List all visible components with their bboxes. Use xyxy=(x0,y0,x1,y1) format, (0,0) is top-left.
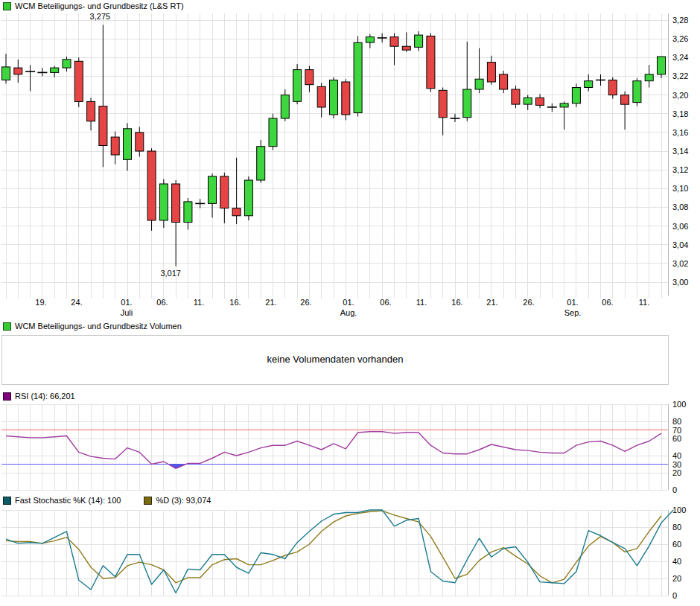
candle-down xyxy=(439,90,447,118)
rsi-y-axis-label: 80 xyxy=(672,417,681,426)
price-y-axis-label: 3,24 xyxy=(672,53,688,62)
candle-down xyxy=(487,63,495,82)
price-y-axis-label: 3,08 xyxy=(672,202,688,211)
candle-down xyxy=(172,184,180,223)
stoch-y-axis-label: 80 xyxy=(672,523,681,532)
price-y-axis-label: 3,20 xyxy=(672,91,688,100)
candle-up xyxy=(475,79,483,89)
candle-up xyxy=(633,81,641,103)
candle-up xyxy=(51,68,59,72)
price-y-axis-label: 3,00 xyxy=(672,278,688,287)
candle-down xyxy=(500,74,508,89)
rsi-panel xyxy=(1,430,668,469)
price-y-axis-label: 3,12 xyxy=(672,165,688,174)
x-axis-day-label: 21. xyxy=(265,298,276,307)
candle-up xyxy=(585,81,593,88)
candle-down xyxy=(402,46,410,50)
annotation-high: 3,275 xyxy=(90,12,111,21)
candle-up xyxy=(63,60,71,68)
candle-up xyxy=(269,118,277,147)
candle-up xyxy=(257,147,265,180)
candle-up xyxy=(2,67,10,80)
stoch-y-axis-label: 60 xyxy=(672,540,681,549)
candle-down xyxy=(99,106,107,146)
candle-up xyxy=(293,70,302,102)
x-axis-day-label: 24. xyxy=(71,298,82,307)
x-axis-day-label: 26. xyxy=(523,298,534,307)
candle-down xyxy=(512,89,520,104)
x-axis-month-label: Juli xyxy=(121,308,133,317)
stoch-y-axis-label: 100 xyxy=(672,505,686,514)
x-axis-month-label: Aug. xyxy=(340,308,357,317)
candle-down xyxy=(147,151,156,220)
price-y-axis-label: 3,26 xyxy=(672,34,688,43)
rsi-y-axis-label: 30 xyxy=(672,460,681,469)
candle-up xyxy=(124,129,132,160)
price-y-axis-label: 3,14 xyxy=(672,147,688,156)
rsi-y-axis-label: 60 xyxy=(672,434,681,443)
candle-down xyxy=(74,61,83,101)
x-axis-day-label: 26. xyxy=(300,298,311,307)
candle-up xyxy=(572,88,580,103)
candle-down xyxy=(305,70,314,85)
candle-up xyxy=(366,37,374,43)
candle-up xyxy=(658,57,666,74)
candle-down xyxy=(427,36,435,88)
price-y-axis-label: 3,18 xyxy=(672,109,688,118)
x-axis-day-label: 06. xyxy=(380,298,391,307)
price-y-axis-label: 3,28 xyxy=(672,16,688,25)
price-y-axis-label: 3,22 xyxy=(672,71,688,80)
x-axis-day-label: 01. xyxy=(121,298,132,307)
x-axis-month-label: Sep. xyxy=(564,308,582,317)
rsi-y-axis-label: 40 xyxy=(672,451,681,460)
candle-down xyxy=(232,208,241,216)
price-y-axis-label: 3,16 xyxy=(672,128,688,137)
x-axis-day-label: 16. xyxy=(229,298,241,307)
candle-down xyxy=(342,82,350,115)
candle-up xyxy=(244,180,252,216)
candle-down xyxy=(111,137,119,155)
x-axis-day-label: 01. xyxy=(567,298,578,307)
x-axis-day-label: 01. xyxy=(343,298,354,307)
rsi-y-axis-label: 0 xyxy=(672,485,677,494)
stochastic-panel xyxy=(6,510,673,593)
candle-up xyxy=(463,89,471,118)
rsi-y-axis-label: 100 xyxy=(672,400,686,409)
x-axis-day-label: 19. xyxy=(35,298,46,307)
candle-up xyxy=(645,74,653,81)
x-axis-day-label: 21. xyxy=(486,298,497,307)
x-axis-day-label: 16. xyxy=(451,298,462,307)
candle-down xyxy=(536,98,544,105)
x-axis-day-label: 06. xyxy=(602,298,613,307)
stoch-y-axis-label: 40 xyxy=(672,557,681,566)
price-y-axis-label: 3,10 xyxy=(672,184,688,193)
candle-up xyxy=(330,80,338,115)
candle-up xyxy=(524,98,532,104)
price-y-axis-label: 3,02 xyxy=(672,259,688,268)
x-axis-day-label: 11. xyxy=(416,298,427,307)
candle-up xyxy=(560,103,568,107)
annotation-low: 3,017 xyxy=(160,269,181,278)
candle-down xyxy=(136,133,144,151)
candle-up xyxy=(184,202,192,223)
candle-down xyxy=(317,86,325,107)
candle-up xyxy=(415,35,423,47)
x-axis-day-label: 11. xyxy=(194,298,204,307)
price-y-axis-label: 3,04 xyxy=(672,240,688,249)
stoch-y-axis-label: 0 xyxy=(672,591,677,600)
candle-down xyxy=(621,95,629,105)
x-axis-day-label: 11. xyxy=(639,298,649,307)
stoch-y-axis-label: 20 xyxy=(672,574,681,583)
chart-root: { "price_panel": { "legend": "WCM Beteil… xyxy=(0,0,700,606)
stoch-k-line xyxy=(6,510,673,593)
candle-down xyxy=(87,101,95,121)
candle-up xyxy=(354,42,362,112)
candle-up xyxy=(281,95,289,118)
candle-up xyxy=(159,184,168,220)
price-y-axis-label: 3,06 xyxy=(672,222,688,231)
candle-down xyxy=(14,68,22,74)
candle-down xyxy=(220,176,229,208)
chart-canvas: 3,2753,0173,283,263,243,223,203,183,163,… xyxy=(0,0,700,606)
candle-down xyxy=(390,37,398,47)
rsi-y-axis-label: 20 xyxy=(672,468,681,477)
